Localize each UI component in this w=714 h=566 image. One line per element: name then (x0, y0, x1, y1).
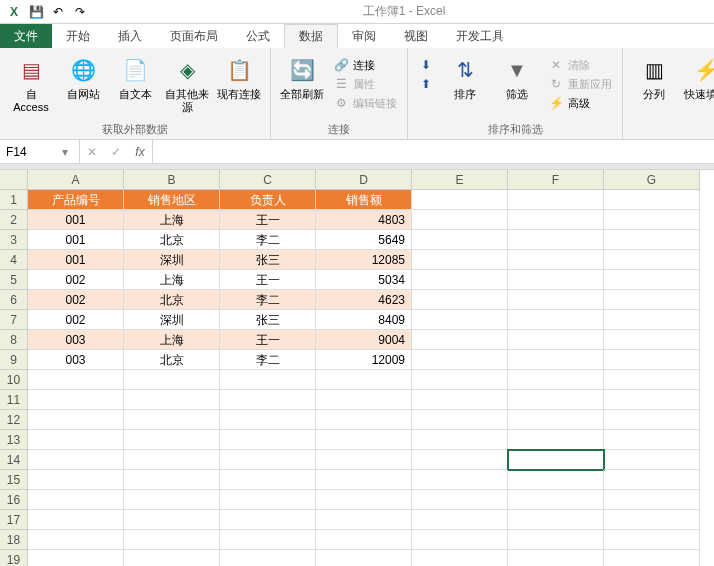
cell-A1[interactable]: 产品编号 (28, 190, 124, 210)
cell-E18[interactable] (412, 530, 508, 550)
cell-C13[interactable] (220, 430, 316, 450)
filter-button[interactable]: ▼筛选 (492, 52, 542, 103)
cell-D9[interactable]: 12009 (316, 350, 412, 370)
sort-button[interactable]: ⇅排序 (440, 52, 490, 103)
cell-F5[interactable] (508, 270, 604, 290)
cell-A13[interactable] (28, 430, 124, 450)
cell-E16[interactable] (412, 490, 508, 510)
cell-F18[interactable] (508, 530, 604, 550)
cell-F10[interactable] (508, 370, 604, 390)
cell-B2[interactable]: 上海 (124, 210, 220, 230)
formula-enter-button[interactable]: ✓ (104, 140, 128, 163)
cell-A11[interactable] (28, 390, 124, 410)
cell-A10[interactable] (28, 370, 124, 390)
cell-B11[interactable] (124, 390, 220, 410)
cell-C3[interactable]: 李二 (220, 230, 316, 250)
cell-G10[interactable] (604, 370, 700, 390)
properties-button[interactable]: ☰属性 (329, 75, 401, 93)
cell-F3[interactable] (508, 230, 604, 250)
cell-G16[interactable] (604, 490, 700, 510)
cell-B13[interactable] (124, 430, 220, 450)
col-header-E[interactable]: E (412, 170, 508, 190)
cell-F19[interactable] (508, 550, 604, 566)
cell-G4[interactable] (604, 250, 700, 270)
cell-F16[interactable] (508, 490, 604, 510)
from-access-button[interactable]: ▤自 Access (6, 52, 56, 116)
cell-E9[interactable] (412, 350, 508, 370)
sort-desc-button[interactable]: ⬆ (414, 75, 438, 93)
clear-filter-button[interactable]: ✕清除 (544, 56, 616, 74)
name-box[interactable]: F14 ▾ (0, 140, 80, 163)
cell-G8[interactable] (604, 330, 700, 350)
cell-G15[interactable] (604, 470, 700, 490)
tab-页面布局[interactable]: 页面布局 (156, 24, 232, 48)
row-header-18[interactable]: 18 (0, 530, 28, 550)
cell-B9[interactable]: 北京 (124, 350, 220, 370)
cell-D17[interactable] (316, 510, 412, 530)
cell-A7[interactable]: 002 (28, 310, 124, 330)
tab-file[interactable]: 文件 (0, 24, 52, 48)
tab-开始[interactable]: 开始 (52, 24, 104, 48)
col-header-B[interactable]: B (124, 170, 220, 190)
cell-E10[interactable] (412, 370, 508, 390)
cell-E17[interactable] (412, 510, 508, 530)
cell-B16[interactable] (124, 490, 220, 510)
cell-E19[interactable] (412, 550, 508, 566)
undo-button[interactable]: ↶ (48, 2, 68, 22)
cell-F12[interactable] (508, 410, 604, 430)
cell-B10[interactable] (124, 370, 220, 390)
cell-E14[interactable] (412, 450, 508, 470)
cell-C11[interactable] (220, 390, 316, 410)
refresh-all-button[interactable]: 🔄全部刷新 (277, 52, 327, 103)
cell-E8[interactable] (412, 330, 508, 350)
cell-G14[interactable] (604, 450, 700, 470)
cell-F14[interactable] (508, 450, 604, 470)
row-header-7[interactable]: 7 (0, 310, 28, 330)
col-header-C[interactable]: C (220, 170, 316, 190)
cell-C8[interactable]: 王一 (220, 330, 316, 350)
cell-C14[interactable] (220, 450, 316, 470)
tab-公式[interactable]: 公式 (232, 24, 284, 48)
fx-button[interactable]: fx (128, 140, 152, 163)
cell-C19[interactable] (220, 550, 316, 566)
cell-A17[interactable] (28, 510, 124, 530)
tab-插入[interactable]: 插入 (104, 24, 156, 48)
cell-E1[interactable] (412, 190, 508, 210)
cell-G7[interactable] (604, 310, 700, 330)
col-header-D[interactable]: D (316, 170, 412, 190)
cell-B1[interactable]: 销售地区 (124, 190, 220, 210)
cell-A12[interactable] (28, 410, 124, 430)
col-header-G[interactable]: G (604, 170, 700, 190)
cell-D16[interactable] (316, 490, 412, 510)
cell-A16[interactable] (28, 490, 124, 510)
cell-E12[interactable] (412, 410, 508, 430)
row-header-1[interactable]: 1 (0, 190, 28, 210)
cell-F1[interactable] (508, 190, 604, 210)
cell-B6[interactable]: 北京 (124, 290, 220, 310)
row-header-15[interactable]: 15 (0, 470, 28, 490)
cell-A14[interactable] (28, 450, 124, 470)
cell-G1[interactable] (604, 190, 700, 210)
cell-E3[interactable] (412, 230, 508, 250)
cell-B17[interactable] (124, 510, 220, 530)
cell-D2[interactable]: 4803 (316, 210, 412, 230)
select-all-corner[interactable] (0, 170, 28, 190)
cell-C17[interactable] (220, 510, 316, 530)
cell-C2[interactable]: 王一 (220, 210, 316, 230)
cell-F15[interactable] (508, 470, 604, 490)
cell-B7[interactable]: 深圳 (124, 310, 220, 330)
row-header-8[interactable]: 8 (0, 330, 28, 350)
cell-B12[interactable] (124, 410, 220, 430)
cell-D19[interactable] (316, 550, 412, 566)
cell-A15[interactable] (28, 470, 124, 490)
text-to-columns-button[interactable]: ▥分列 (629, 52, 679, 103)
formula-cancel-button[interactable]: ✕ (80, 140, 104, 163)
cell-G11[interactable] (604, 390, 700, 410)
cell-C9[interactable]: 李二 (220, 350, 316, 370)
row-header-16[interactable]: 16 (0, 490, 28, 510)
cell-C6[interactable]: 李二 (220, 290, 316, 310)
cell-E6[interactable] (412, 290, 508, 310)
row-header-3[interactable]: 3 (0, 230, 28, 250)
cell-C1[interactable]: 负责人 (220, 190, 316, 210)
cell-B8[interactable]: 上海 (124, 330, 220, 350)
